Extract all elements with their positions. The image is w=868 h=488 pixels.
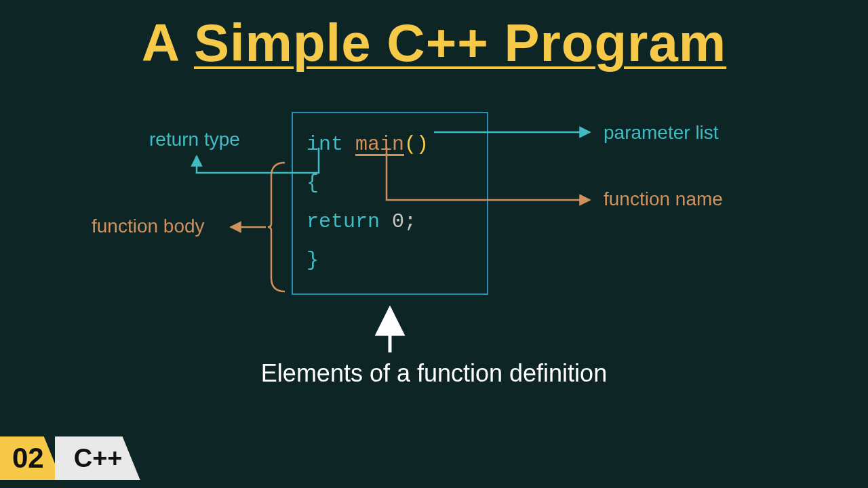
title-underlined: Simple C++ Program [194, 13, 726, 73]
slide-title: A Simple C++ Program [0, 12, 868, 74]
token-func-name: main [355, 133, 404, 156]
token-return-kw: return [307, 210, 380, 233]
badge-group: 02 C++ [0, 436, 134, 480]
label-function-body: function body [92, 216, 205, 237]
label-function-name: function name [604, 188, 723, 210]
code-line-2: { [307, 164, 473, 203]
title-prefix: A [142, 13, 178, 73]
token-paren-open: ( [404, 133, 416, 156]
token-return-val: 0 [392, 210, 404, 233]
badge-language: C++ [55, 436, 140, 480]
token-paren-close: ) [416, 133, 429, 156]
token-brace-close: } [307, 249, 319, 272]
bracket-function-body [268, 163, 285, 291]
label-return-type: return type [149, 129, 240, 150]
token-return-type: int [307, 133, 343, 156]
caption: Elements of a function definition [0, 359, 868, 388]
badge-number: 02 [0, 436, 62, 480]
code-box: int main() { return 0; } [292, 112, 488, 295]
token-brace-open: { [307, 171, 319, 195]
code-line-1: int main() [307, 125, 473, 164]
code-line-3: return 0; [307, 203, 473, 241]
token-semicolon: ; [404, 210, 416, 233]
label-parameter-list: parameter list [604, 122, 719, 144]
code-line-4: } [307, 241, 473, 280]
